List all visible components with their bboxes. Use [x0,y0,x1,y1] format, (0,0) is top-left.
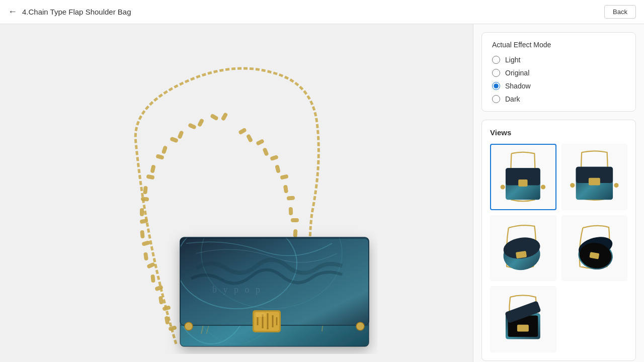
svg-rect-22 [210,114,219,121]
bag-clasp [253,310,281,332]
views-grid [490,144,627,352]
effect-mode-card: Actual Effect Mode Light Original Shadow… [481,32,636,112]
svg-rect-12 [141,197,149,201]
view-thumb-2[interactable] [561,144,628,210]
app-header: ← 4.Chain Type Flap Shoulder Bag Back [0,0,644,24]
svg-rect-66 [256,313,266,317]
svg-point-69 [356,322,364,330]
main-content: b y p o p [0,24,644,362]
svg-point-68 [185,322,193,330]
page-title: 4.Chain Type Flap Shoulder Bag [22,8,131,16]
svg-rect-39 [275,164,281,173]
svg-rect-13 [143,186,147,195]
effect-options-group: Light Original Shadow Dark [492,56,625,103]
svg-rect-18 [170,137,179,143]
view-thumb-1[interactable] [490,144,556,210]
svg-rect-38 [280,174,288,179]
views-section: Views [481,120,636,361]
radio-original-label: Original [505,69,529,77]
svg-rect-6 [146,262,155,269]
svg-rect-11 [140,208,144,216]
views-title: Views [490,128,627,137]
radio-light-label: Light [505,56,520,64]
view-thumb-3[interactable] [490,215,556,282]
svg-rect-44 [238,128,247,135]
header-left: ← 4.Chain Type Flap Shoulder Bag [8,7,131,17]
svg-rect-19 [177,130,184,139]
svg-point-74 [541,185,545,190]
svg-rect-17 [162,145,168,154]
svg-rect-37 [283,185,288,194]
svg-rect-15 [150,164,155,173]
svg-rect-16 [155,154,165,160]
effect-option-original[interactable]: Original [492,69,625,77]
svg-rect-33 [293,229,298,237]
svg-rect-77 [589,178,600,186]
svg-rect-20 [188,123,197,130]
back-arrow-icon[interactable]: ← [8,7,17,17]
radio-dark-label: Dark [505,95,520,103]
svg-rect-34 [291,218,299,222]
svg-rect-9 [140,230,144,239]
svg-rect-8 [141,240,150,246]
svg-point-73 [501,185,505,190]
radio-shadow-label: Shadow [505,82,531,90]
back-button[interactable]: Back [604,5,636,19]
effect-option-shadow[interactable]: Shadow [492,82,625,90]
canvas-area: b y p o p [0,24,473,362]
svg-rect-7 [143,252,148,261]
radio-light[interactable] [492,56,500,64]
svg-rect-43 [246,134,254,143]
svg-rect-5 [150,275,155,283]
right-panel: Actual Effect Mode Light Original Shadow… [473,24,644,362]
svg-rect-90 [517,325,529,332]
svg-rect-72 [519,179,528,187]
svg-rect-36 [287,196,295,200]
svg-rect-23 [221,112,228,121]
svg-point-79 [614,183,618,188]
svg-point-78 [570,183,575,188]
view-thumb-4[interactable] [561,215,628,282]
view-thumb-5[interactable] [490,286,556,352]
effect-mode-title: Actual Effect Mode [492,41,625,49]
svg-text:b y p o p: b y p o p [212,285,262,295]
bag-svg: b y p o p [96,42,377,354]
svg-rect-35 [289,207,293,215]
radio-original[interactable] [492,69,500,77]
svg-rect-21 [197,118,205,127]
effect-option-light[interactable]: Light [492,56,625,64]
svg-rect-40 [270,155,279,161]
svg-rect-41 [262,147,269,156]
radio-shadow[interactable] [492,82,500,90]
svg-rect-42 [256,139,265,146]
effect-option-dark[interactable]: Dark [492,95,625,103]
svg-rect-14 [146,174,154,180]
bag-preview: b y p o p [96,42,377,344]
radio-dark[interactable] [492,95,500,103]
